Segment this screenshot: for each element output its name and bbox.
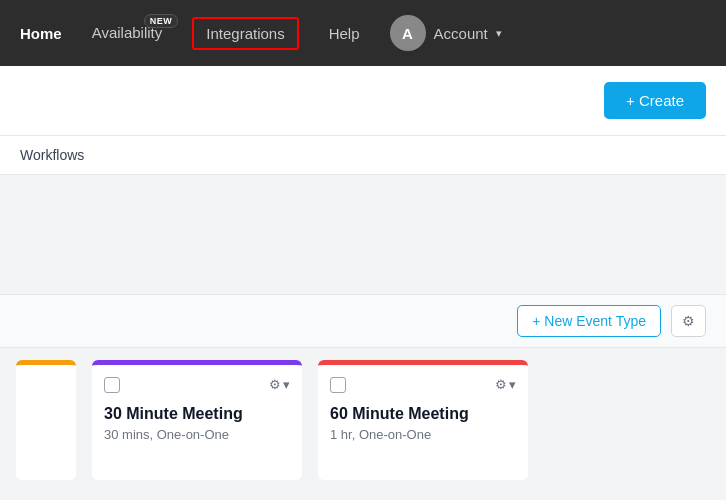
event-card-30min: ⚙ ▾ 30 Minute Meeting 30 mins, One-on-On… — [92, 360, 302, 480]
event-toolbar: + New Event Type ⚙ — [0, 295, 726, 348]
nav-help[interactable]: Help — [329, 25, 360, 42]
card-gear-60min[interactable]: ⚙ ▾ — [495, 377, 516, 392]
gray-section — [0, 175, 726, 295]
top-content: + Create — [0, 66, 726, 136]
nav-availability-wrapper: Availability NEW — [92, 24, 163, 42]
navbar: Home Availability NEW Integrations Help … — [0, 0, 726, 66]
card-title-30min: 30 Minute Meeting — [104, 405, 290, 423]
card-header-60min: ⚙ ▾ — [330, 377, 516, 393]
event-card-yellow — [16, 360, 76, 480]
nav-integrations[interactable]: Integrations — [192, 17, 298, 50]
card-checkbox-60min[interactable] — [330, 377, 346, 393]
workflows-label: Workflows — [20, 147, 84, 163]
nav-home[interactable]: Home — [20, 25, 62, 42]
card-checkbox-30min[interactable] — [104, 377, 120, 393]
card-header-30min: ⚙ ▾ — [104, 377, 290, 393]
new-badge: NEW — [144, 14, 179, 28]
cards-row: ⚙ ▾ 30 Minute Meeting 30 mins, One-on-On… — [0, 348, 726, 480]
chevron-60min: ▾ — [509, 377, 516, 392]
workflows-bar: Workflows — [0, 136, 726, 175]
card-subtitle-30min: 30 mins, One-on-One — [104, 427, 290, 442]
gear-icon: ⚙ — [682, 313, 695, 329]
event-card-60min: ⚙ ▾ 60 Minute Meeting 1 hr, One-on-One — [318, 360, 528, 480]
account-label: Account — [434, 25, 488, 42]
card-gear-30min[interactable]: ⚙ ▾ — [269, 377, 290, 392]
account-area[interactable]: A Account ▾ — [390, 15, 502, 51]
chevron-down-icon: ▾ — [496, 27, 502, 40]
new-event-type-button[interactable]: + New Event Type — [517, 305, 661, 337]
settings-button[interactable]: ⚙ — [671, 305, 706, 337]
avatar: A — [390, 15, 426, 51]
gear-icon-30min: ⚙ — [269, 377, 281, 392]
chevron-30min: ▾ — [283, 377, 290, 392]
nav-links: Home Availability NEW Integrations Help — [20, 17, 360, 50]
card-subtitle-60min: 1 hr, One-on-One — [330, 427, 516, 442]
create-button[interactable]: + Create — [604, 82, 706, 119]
card-title-60min: 60 Minute Meeting — [330, 405, 516, 423]
gear-icon-60min: ⚙ — [495, 377, 507, 392]
